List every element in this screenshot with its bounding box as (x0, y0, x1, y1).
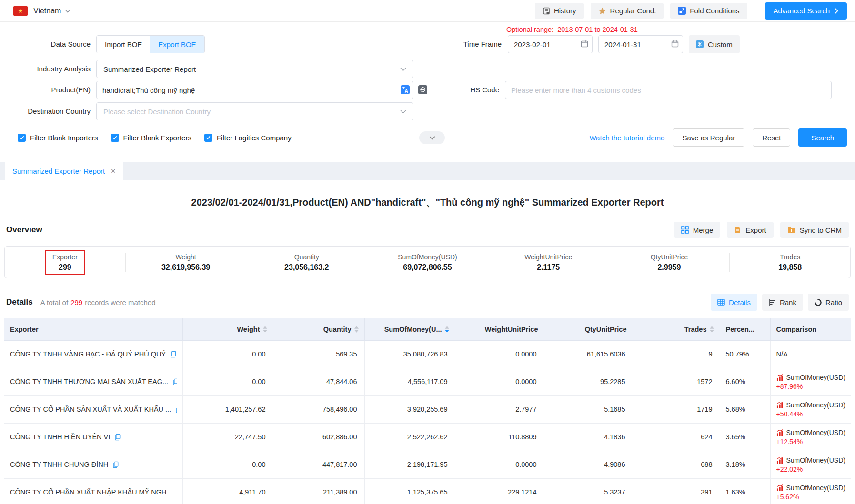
sort-up-icon[interactable] (263, 326, 267, 329)
regular-cond-button[interactable]: Regular Cond. (591, 3, 664, 19)
exporter-name[interactable]: CÔNG TY TNHH HIỀN UYÊN VI (10, 433, 110, 441)
cell-percent: 50.79% (720, 340, 770, 368)
sort-down-icon[interactable] (354, 330, 359, 333)
overview-heading: Overview (6, 225, 42, 235)
expand-conditions-button[interactable] (419, 131, 445, 144)
view-details-button[interactable]: Details (711, 294, 757, 311)
filter-checkbox[interactable]: Filter Blank Importers (18, 134, 98, 142)
report-title: 2023/02/01-2024/01/31,Product(EN) AND"ha… (4, 196, 851, 209)
copy-icon[interactable] (175, 406, 176, 413)
comparison-metric: SumOfMoney(USD) (786, 484, 845, 492)
checkbox-label: Filter Blank Importers (30, 134, 98, 142)
cell-trades: 1572 (633, 368, 720, 395)
copy-icon[interactable] (170, 351, 176, 358)
chevron-down-icon[interactable] (65, 9, 70, 13)
advanced-search-button[interactable]: Advanced Search (765, 2, 847, 20)
copy-icon[interactable] (114, 434, 121, 441)
column-label: SumOfMoney(U... (384, 326, 442, 333)
cell-wup: 229.1214 (455, 478, 544, 504)
sync-to-crm-button[interactable]: Sync to CRM (780, 222, 849, 238)
overview-stat: WeightUnitPrice2.1175 (488, 253, 609, 272)
search-button[interactable]: Search (798, 128, 847, 147)
history-button[interactable]: History (535, 3, 584, 19)
table-row: CÔNG TY TNHH CHUNG ĐỈNH0.00447,817.002,1… (4, 451, 851, 478)
table-row: CÔNG TY CỔ PHẦN XUẤT NHẬP KHẨU MỸ NGH...… (4, 478, 851, 504)
exporter-name[interactable]: CÔNG TY TNHH CHUNG ĐỈNH (10, 461, 108, 468)
sort-up-icon[interactable] (445, 326, 449, 329)
sort-icons[interactable] (263, 326, 267, 333)
tutorial-demo-link[interactable]: Watch the tutorial demo (590, 134, 665, 142)
sort-down-icon[interactable] (445, 330, 449, 333)
view-rank-button[interactable]: Rank (762, 294, 803, 311)
cell-weight: 0.00 (182, 451, 273, 478)
country-selector-label[interactable]: Vietnam (33, 7, 61, 15)
copy-icon[interactable] (112, 461, 119, 468)
reset-button[interactable]: Reset (753, 128, 790, 147)
translate-icon[interactable]: A (401, 85, 410, 94)
cell-sum: 2,198,171.95 (364, 451, 455, 478)
sort-down-icon[interactable] (710, 330, 714, 333)
hs-code-input[interactable] (505, 81, 832, 99)
sort-up-icon[interactable] (710, 326, 714, 329)
cell-sum: 3,920,255.69 (364, 395, 455, 423)
exporter-name[interactable]: CÔNG TY TNHH THƯƠNG MẠI SẢN XUẤT EAG... (10, 378, 168, 385)
export-label: Export (745, 226, 766, 234)
view-ratio-button[interactable]: Ratio (808, 294, 849, 311)
sort-down-icon[interactable] (263, 330, 267, 333)
overview-stat: SumOfMoney(USD)69,072,806.55 (367, 253, 488, 272)
sort-icons[interactable] (710, 326, 714, 333)
column-header-sumofmoney[interactable]: SumOfMoney(U... (364, 318, 455, 340)
sort-up-icon[interactable] (354, 326, 359, 329)
column-header-quantity[interactable]: Quantity (273, 318, 364, 340)
industry-analysis-select[interactable]: Summarized Exporter Report (96, 60, 413, 78)
copy-icon[interactable] (176, 489, 177, 496)
comparison-change: +87.96% (776, 383, 845, 390)
close-icon[interactable]: ✕ (111, 168, 116, 175)
comparison-cell: SumOfMoney(USD)+5.62% (776, 484, 845, 501)
cell-percent: 3.18% (720, 451, 770, 478)
stat-label: Trades (780, 253, 800, 261)
stat-box: QtyUnitPrice2.9959 (644, 251, 695, 274)
sort-icons[interactable] (354, 326, 359, 333)
product-input[interactable] (96, 81, 413, 99)
filter-checkbox[interactable]: Filter Logitics Company (204, 134, 292, 142)
stat-value: 2.1175 (537, 263, 560, 272)
date-from-input[interactable] (508, 35, 593, 53)
merge-button[interactable]: Merge (674, 222, 721, 238)
merge-label: Merge (693, 226, 714, 234)
calendar-icon[interactable] (671, 40, 679, 48)
table-row: CÔNG TY TNHH VÀNG BẠC - ĐÁ QUÝ PHÚ QUÝ0.… (4, 340, 851, 368)
save-as-regular-button[interactable]: Save as Regular (673, 128, 744, 147)
comparison-metric: SumOfMoney(USD) (786, 429, 845, 436)
filter-checkbox[interactable]: Filter Blank Exporters (111, 134, 191, 142)
exporter-name[interactable]: CÔNG TY CỔ PHẦN SẢN XUẤT VÀ XUẤT KHẨU ..… (10, 405, 171, 413)
stat-label: Weight (175, 253, 196, 261)
date-to-input[interactable] (598, 35, 683, 53)
vietnam-flag-icon: ★ (13, 6, 28, 16)
industry-analysis-label: Industry Analysis (0, 60, 91, 78)
stat-value: 23,056,163.2 (284, 263, 329, 272)
export-button[interactable]: Export (727, 222, 773, 238)
calendar-icon[interactable] (581, 40, 588, 48)
custom-range-button[interactable]: Custom (689, 35, 740, 53)
exporter-name[interactable]: CÔNG TY TNHH VÀNG BẠC - ĐÁ QUÝ PHÚ QUÝ (10, 350, 166, 358)
column-header-weight[interactable]: Weight (182, 318, 273, 340)
fold-conditions-button[interactable]: Fold Conditions (670, 3, 747, 19)
stat-value: 69,072,806.55 (403, 263, 452, 272)
stat-value: 2.9959 (657, 263, 681, 272)
column-header-comparison: Comparison (770, 318, 851, 340)
checkbox-label: Filter Blank Exporters (123, 134, 191, 142)
tab-summarized-exporter-report[interactable]: Summarized Exporter Report ✕ (5, 162, 123, 180)
stat-box: Weight32,619,956.39 (155, 251, 217, 274)
copy-icon[interactable] (172, 378, 176, 385)
details-table: ExporterWeightQuantitySumOfMoney(U...Wei… (4, 318, 851, 504)
stat-label: Quantity (294, 253, 319, 261)
sort-icons[interactable] (445, 326, 449, 333)
destination-placeholder: Please select Destination Country (103, 108, 211, 116)
export-boe-button[interactable]: Export BOE (150, 36, 204, 53)
destination-country-select[interactable]: Please select Destination Country (96, 102, 413, 120)
column-header-trades[interactable]: Trades (633, 318, 720, 340)
exporter-name[interactable]: CÔNG TY CỔ PHẦN XUẤT NHẬP KHẨU MỸ NGH... (10, 488, 172, 496)
import-boe-button[interactable]: Import BOE (97, 36, 150, 53)
cell-percent: 3.65% (720, 423, 770, 451)
